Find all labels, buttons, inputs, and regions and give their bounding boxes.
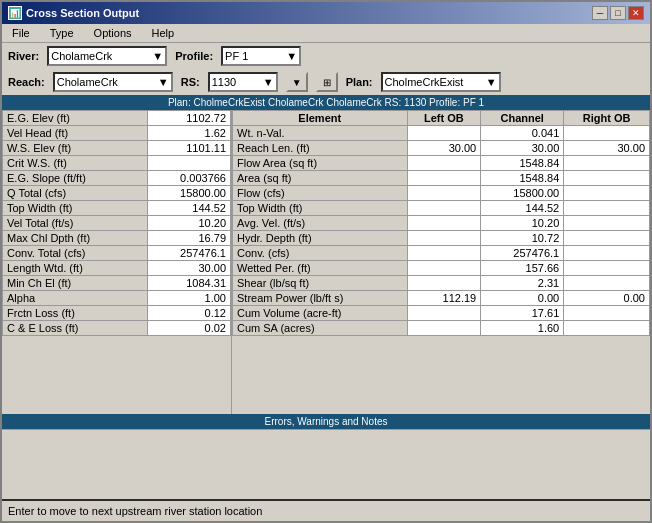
plan-label: Plan: xyxy=(346,76,373,88)
right-table-row: Flow Area (sq ft)1548.84 xyxy=(233,156,650,171)
title-bar-left: 📊 Cross Section Output xyxy=(8,6,139,20)
right-table-element: Stream Power (lb/ft s) xyxy=(233,291,408,306)
right-table-left-ob: 112.19 xyxy=(407,291,481,306)
left-table-label: Conv. Total (cfs) xyxy=(3,246,148,261)
right-table-element: Wt. n-Val. xyxy=(233,126,408,141)
right-table-left-ob xyxy=(407,246,481,261)
title-bar: 📊 Cross Section Output ─ □ ✕ xyxy=(2,2,650,24)
right-table-element: Cum Volume (acre-ft) xyxy=(233,306,408,321)
right-table-row: Conv. (cfs)257476.1 xyxy=(233,246,650,261)
left-table-value: 10.20 xyxy=(148,216,231,231)
minimize-button[interactable]: ─ xyxy=(592,6,608,20)
right-table-right-ob xyxy=(564,306,650,321)
right-table-element: Flow (cfs) xyxy=(233,186,408,201)
right-table-row: Stream Power (lb/ft s)112.190.000.00 xyxy=(233,291,650,306)
right-table-element: Wetted Per. (ft) xyxy=(233,261,408,276)
left-table-row: Vel Head (ft)1.62 xyxy=(3,126,231,141)
left-table-row: Alpha1.00 xyxy=(3,291,231,306)
left-table-label: Max Chl Dpth (ft) xyxy=(3,231,148,246)
right-table-element: Hydr. Depth (ft) xyxy=(233,231,408,246)
left-table-row: Min Ch El (ft)1084.31 xyxy=(3,276,231,291)
rs-dropdown[interactable]: 1130 ▼ xyxy=(208,72,278,92)
reach-dropdown[interactable]: CholameCrk ▼ xyxy=(53,72,173,92)
right-table-row: Wetted Per. (ft)157.66 xyxy=(233,261,650,276)
right-table-right-ob: 0.00 xyxy=(564,291,650,306)
left-table-label: W.S. Elev (ft) xyxy=(3,141,148,156)
left-table-label: C & E Loss (ft) xyxy=(3,321,148,336)
right-table-channel: 144.52 xyxy=(481,201,564,216)
right-table-left-ob xyxy=(407,216,481,231)
maximize-button[interactable]: □ xyxy=(610,6,626,20)
right-table-right-ob xyxy=(564,276,650,291)
right-table-left-ob xyxy=(407,231,481,246)
menu-options[interactable]: Options xyxy=(88,26,138,40)
col-element: Element xyxy=(233,111,408,126)
menu-help[interactable]: Help xyxy=(146,26,181,40)
left-table-row: Conv. Total (cfs)257476.1 xyxy=(3,246,231,261)
right-table-element: Flow Area (sq ft) xyxy=(233,156,408,171)
form-row-2: Reach: CholameCrk ▼ RS: 1130 ▼ ▼ ⊞ Plan:… xyxy=(2,69,650,95)
right-table-channel: 10.72 xyxy=(481,231,564,246)
left-table-value: 0.003766 xyxy=(148,171,231,186)
status-bar: Enter to move to next upstream river sta… xyxy=(2,499,650,521)
left-table-label: Alpha xyxy=(3,291,148,306)
left-table-value: 1084.31 xyxy=(148,276,231,291)
col-channel: Channel xyxy=(481,111,564,126)
right-table-right-ob xyxy=(564,261,650,276)
errors-bar: Errors, Warnings and Notes xyxy=(2,414,650,429)
left-table-label: Crit W.S. (ft) xyxy=(3,156,148,171)
left-table-row: Length Wtd. (ft)30.00 xyxy=(3,261,231,276)
nav-icon-button[interactable]: ⊞ xyxy=(316,72,338,92)
right-table-element: Top Width (ft) xyxy=(233,201,408,216)
right-table-left-ob xyxy=(407,171,481,186)
left-table-value: 1102.72 xyxy=(148,111,231,126)
right-table-channel: 15800.00 xyxy=(481,186,564,201)
right-table-right-ob xyxy=(564,216,650,231)
left-table-value: 30.00 xyxy=(148,261,231,276)
left-table-label: Vel Head (ft) xyxy=(3,126,148,141)
left-table-row: Q Total (cfs)15800.00 xyxy=(3,186,231,201)
right-table-channel: 1548.84 xyxy=(481,171,564,186)
reach-dropdown-arrow: ▼ xyxy=(158,76,169,88)
profile-label: Profile: xyxy=(175,50,213,62)
right-table-right-ob: 30.00 xyxy=(564,141,650,156)
right-table-channel: 17.61 xyxy=(481,306,564,321)
nav-down-button[interactable]: ▼ xyxy=(286,72,308,92)
col-right-ob: Right OB xyxy=(564,111,650,126)
river-dropdown-arrow: ▼ xyxy=(152,50,163,62)
left-table-value: 1.00 xyxy=(148,291,231,306)
river-dropdown[interactable]: CholameCrk ▼ xyxy=(47,46,167,66)
right-table-right-ob xyxy=(564,126,650,141)
right-table-left-ob xyxy=(407,276,481,291)
right-table-channel: 0.041 xyxy=(481,126,564,141)
right-table-element: Avg. Vel. (ft/s) xyxy=(233,216,408,231)
right-table-element: Area (sq ft) xyxy=(233,171,408,186)
right-table-left-ob xyxy=(407,156,481,171)
plan-dropdown[interactable]: CholmeCrkExist ▼ xyxy=(381,72,501,92)
left-table-value: 1101.11 xyxy=(148,141,231,156)
menu-file[interactable]: File xyxy=(6,26,36,40)
left-table-label: Min Ch El (ft) xyxy=(3,276,148,291)
form-row-1: River: CholameCrk ▼ Profile: PF 1 ▼ xyxy=(2,43,650,69)
cross-section-output-window: 📊 Cross Section Output ─ □ ✕ File Type O… xyxy=(0,0,652,523)
plan-dropdown-arrow: ▼ xyxy=(486,76,497,88)
menu-type[interactable]: Type xyxy=(44,26,80,40)
right-table-row: Reach Len. (ft)30.0030.0030.00 xyxy=(233,141,650,156)
left-table-row: Frctn Loss (ft)0.12 xyxy=(3,306,231,321)
right-table-left-ob xyxy=(407,261,481,276)
left-table-value: 257476.1 xyxy=(148,246,231,261)
profile-dropdown[interactable]: PF 1 ▼ xyxy=(221,46,301,66)
app-icon: 📊 xyxy=(8,6,22,20)
right-table-row: Hydr. Depth (ft)10.72 xyxy=(233,231,650,246)
left-table-label: Q Total (cfs) xyxy=(3,186,148,201)
left-table-label: Top Width (ft) xyxy=(3,201,148,216)
right-table-row: Cum Volume (acre-ft)17.61 xyxy=(233,306,650,321)
close-button[interactable]: ✕ xyxy=(628,6,644,20)
left-table-label: E.G. Elev (ft) xyxy=(3,111,148,126)
right-table-right-ob xyxy=(564,186,650,201)
right-table-left-ob: 30.00 xyxy=(407,141,481,156)
left-table-value: 15800.00 xyxy=(148,186,231,201)
right-table-channel: 1.60 xyxy=(481,321,564,336)
right-table-right-ob xyxy=(564,231,650,246)
window-controls: ─ □ ✕ xyxy=(592,6,644,20)
